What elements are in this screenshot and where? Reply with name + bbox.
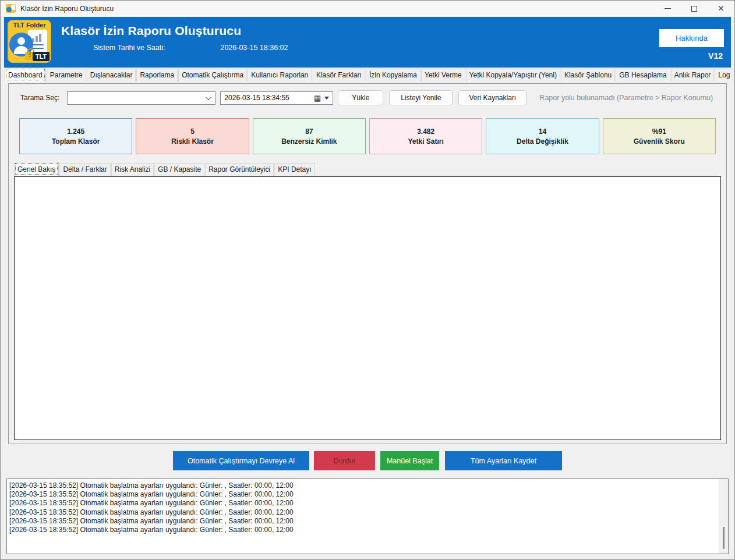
log-line: [2026-03-15 18:35:52] Otomatik başlatma … bbox=[9, 526, 728, 534]
log-line: [2026-03-15 18:35:52] Otomatik başlatma … bbox=[9, 517, 728, 526]
log-line: [2026-03-15 18:35:52] Otomatik başlatma … bbox=[9, 490, 728, 499]
logo-title: TLT Folder bbox=[8, 22, 51, 29]
about-button[interactable]: Hakkında bbox=[659, 29, 724, 47]
maximize-icon bbox=[691, 6, 697, 12]
kpi-value: %91 bbox=[652, 127, 666, 136]
dashboard-subtab[interactable]: KPI Detayı bbox=[274, 163, 315, 176]
main-tab[interactable]: Klasör Farkları bbox=[313, 69, 365, 81]
log-line: [2026-03-15 18:35:52] Otomatik başlatma … bbox=[9, 508, 728, 517]
app-icon-doc bbox=[11, 5, 15, 10]
log-line: [2026-03-15 18:35:52] Otomatik başlatma … bbox=[9, 481, 728, 490]
log-lines: [2026-03-15 18:35:52] Otomatik başlatma … bbox=[9, 481, 728, 534]
main-tab[interactable]: Otomatik Çalıştırma bbox=[178, 69, 247, 81]
app-window: Klasör İzin Raporu Oluşturucu ✕ TLT Fold… bbox=[0, 0, 735, 560]
kpi-label: Güvenlik Skoru bbox=[634, 137, 685, 146]
kpi-row: 1.245 Toplam Klasör 5 Riskli Klasör 87 B… bbox=[19, 118, 716, 154]
datetime-picker[interactable]: 2026-03-15 18:34:55 ▦ bbox=[220, 91, 333, 105]
log-scrollbar[interactable] bbox=[719, 479, 728, 554]
kpi-label: Riskli Klasör bbox=[171, 137, 214, 146]
data-sources-button[interactable]: Veri Kaynakları bbox=[458, 90, 526, 105]
kpi-value: 1.245 bbox=[67, 127, 84, 136]
close-icon: ✕ bbox=[718, 5, 725, 12]
minimize-icon bbox=[665, 8, 671, 9]
kpi-label: Yetki Satırı bbox=[408, 137, 443, 146]
main-tab[interactable]: Dışlanacaklar bbox=[87, 69, 136, 81]
dashboard-toolbar: Tarama Seç: 2026-03-15 18:34:55 ▦ Yükle … bbox=[13, 90, 722, 105]
dashboard-subtab[interactable]: Delta / Farklar bbox=[59, 163, 110, 176]
dashboard-panel: Tarama Seç: 2026-03-15 18:34:55 ▦ Yükle … bbox=[8, 83, 727, 444]
main-tab[interactable]: Anlık Rapor bbox=[671, 69, 715, 81]
main-tab[interactable]: Raporlama bbox=[136, 69, 178, 81]
bar-chart-icon bbox=[32, 34, 44, 42]
minimize-button[interactable] bbox=[654, 1, 681, 16]
main-tab[interactable]: Dashboard bbox=[5, 68, 46, 81]
page-title: Klasör İzin Raporu Oluşturucu bbox=[61, 24, 288, 38]
kpi-card: 1.245 Toplam Klasör bbox=[19, 118, 132, 154]
action-button[interactable]: Durdur bbox=[314, 451, 375, 470]
load-button[interactable]: Yükle bbox=[338, 90, 383, 105]
app-icon-circle bbox=[6, 7, 12, 12]
overview-content-panel bbox=[14, 176, 721, 440]
dashboard-subtab[interactable]: Genel Bakış bbox=[14, 162, 59, 176]
titlebar: Klasör İzin Raporu Oluşturucu ✕ bbox=[1, 1, 734, 16]
app-icon bbox=[6, 4, 16, 13]
action-button[interactable]: Tüm Ayarları Kaydet bbox=[445, 451, 562, 470]
version-label: V12 bbox=[659, 51, 724, 61]
kpi-card: 3.482 Yetki Satırı bbox=[369, 118, 482, 154]
main-tab[interactable]: Log bbox=[715, 69, 733, 81]
kpi-card: 87 Benzersiz Kimlik bbox=[253, 118, 366, 154]
main-tab[interactable]: Yetki Kopyala/Yapıştır (Yeni) bbox=[466, 69, 560, 81]
dashboard-subtabstrip: Genel Bakış Delta / Farklar Risk Analizi… bbox=[14, 164, 722, 176]
main-tab[interactable]: İzin Kopyalama bbox=[366, 69, 420, 81]
logo-badge: TLT bbox=[33, 52, 50, 61]
dropdown-arrow-icon bbox=[324, 97, 329, 100]
action-button-row: Otomatik Çalıştırmayı Devreye Al Durdur … bbox=[1, 451, 734, 470]
action-button[interactable]: Manüel Başlat bbox=[380, 451, 439, 470]
app-logo: TLT Folder TLT bbox=[8, 20, 51, 63]
log-textbox[interactable]: [2026-03-15 18:35:52] Otomatik başlatma … bbox=[6, 479, 729, 554]
dashboard-subtab[interactable]: GB / Kapasite bbox=[154, 163, 204, 176]
maximize-button[interactable] bbox=[681, 1, 708, 16]
system-datetime-label: Sistem Tarihi ve Saati: bbox=[93, 44, 165, 52]
log-line: [2026-03-15 18:35:52] Otomatik başlatma … bbox=[9, 499, 728, 508]
chevron-down-icon bbox=[206, 94, 211, 100]
kpi-card: 14 Delta Değişiklik bbox=[486, 118, 599, 154]
scan-select-label: Tarama Seç: bbox=[20, 94, 59, 102]
main-tab[interactable]: Klasör Şablonu bbox=[561, 69, 615, 81]
calendar-icon: ▦ bbox=[314, 94, 321, 102]
kpi-value: 5 bbox=[190, 127, 195, 136]
main-tab[interactable]: Kullanıcı Raporları bbox=[248, 69, 312, 81]
main-tab[interactable]: Parametre bbox=[47, 69, 86, 81]
kpi-card: 5 Riskli Klasör bbox=[136, 118, 249, 154]
main-tab[interactable]: Yetki Verme bbox=[421, 69, 465, 81]
main-tabstrip: Dashboard Parametre Dışlanacaklar Raporl… bbox=[5, 69, 734, 81]
kpi-value: 14 bbox=[539, 127, 546, 136]
kpi-card: %91 Güvenlik Skoru bbox=[603, 118, 716, 154]
action-button[interactable]: Otomatik Çalıştırmayı Devreye Al bbox=[173, 451, 309, 470]
kpi-label: Toplam Klasör bbox=[52, 137, 100, 146]
app-header: TLT Folder TLT Klasör İzin Raporu Oluştu… bbox=[4, 17, 731, 68]
kpi-label: Delta Değişiklik bbox=[517, 137, 568, 146]
kpi-value: 3.482 bbox=[417, 127, 434, 136]
scan-select-combobox[interactable] bbox=[67, 91, 215, 105]
refresh-list-button[interactable]: Listeyi Yenile bbox=[389, 90, 453, 105]
dashboard-subtab[interactable]: Rapor Görüntüleyici bbox=[205, 163, 274, 176]
datetime-picker-value: 2026-03-15 18:34:55 bbox=[224, 94, 314, 102]
main-tab[interactable]: GB Hesaplama bbox=[616, 69, 670, 81]
log-scrollbar-thumb[interactable] bbox=[723, 527, 725, 549]
report-path-status: Rapor yolu bulunamadı (Parametre > Rapor… bbox=[539, 94, 713, 102]
system-datetime-value: 2026-03-15 18:36:02 bbox=[220, 44, 288, 52]
dashboard-subtab[interactable]: Risk Analizi bbox=[111, 163, 154, 176]
kpi-label: Benzersiz Kimlik bbox=[281, 137, 337, 146]
window-title: Klasör İzin Raporu Oluşturucu bbox=[20, 5, 654, 13]
close-button[interactable]: ✕ bbox=[708, 1, 734, 16]
kpi-value: 87 bbox=[305, 127, 313, 136]
